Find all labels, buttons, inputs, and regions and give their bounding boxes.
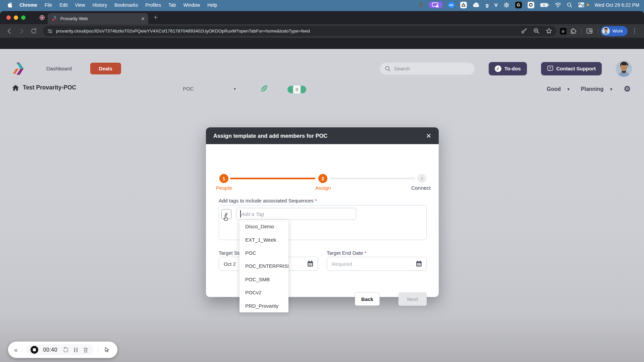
side-panel-search-icon[interactable] [584, 26, 595, 37]
grammarly-status-icon[interactable]: g [486, 2, 489, 8]
browser-window: Provarity Web ✕ + provarity.cloud/poc/ID… [0, 11, 644, 362]
logi-g-app-icon[interactable]: G [515, 2, 522, 8]
required-asterisk: * [315, 198, 317, 203]
zoom-window-button[interactable] [21, 15, 25, 20]
spotlight-search-icon[interactable] [567, 2, 572, 8]
macos-menu-bar: Chrome File Edit View History Bookmarks … [0, 0, 644, 10]
tab-close-icon[interactable]: ✕ [141, 16, 145, 21]
tag-options-dropdown: Disco_Demo EXT_1_Week POC POC_ENTERPRISE… [239, 220, 288, 312]
tab-recording-indicator-icon [40, 15, 45, 20]
delete-recording-icon[interactable] [83, 347, 89, 353]
tab-favicon [52, 16, 57, 21]
battery-status-icon [540, 3, 549, 7]
tag-option[interactable]: POC [239, 246, 288, 259]
control-center-icon[interactable] [578, 2, 585, 8]
minimize-window-button[interactable] [14, 15, 18, 20]
step-3-circle: 3 [417, 174, 426, 183]
wifi-status-icon[interactable] [555, 2, 561, 7]
screen-recorder-toolbar: « 00:40 [8, 342, 117, 358]
stepper-line-1 [230, 178, 315, 179]
browser-menu-kebab-icon[interactable]: ⋮ [629, 27, 640, 35]
calendar-icon[interactable] [416, 260, 422, 267]
stepper-line-2 [330, 178, 415, 179]
cursor-tool-icon[interactable] [104, 347, 110, 353]
url-text[interactable]: provarity.cloud/poc/IDsV7374bzlioT02vPQe… [56, 28, 518, 34]
step-3-label: Connect [411, 185, 431, 191]
modal-close-icon[interactable]: ✕ [426, 132, 431, 140]
step-1-label: People [216, 185, 232, 191]
page-content: Dashboard Deals ✓ To-dos ? Contact Suppo… [0, 49, 644, 362]
back-button[interactable] [4, 26, 15, 37]
menu-file[interactable]: File [41, 2, 56, 8]
site-info-icon[interactable] [47, 28, 53, 34]
browser-toolbar: provarity.cloud/poc/IDsV7374bzlioT02vPQe… [0, 24, 644, 38]
ring-app-icon[interactable] [528, 2, 534, 8]
step-2-circle: 2 [318, 174, 327, 183]
step-1-circle: 1 [219, 174, 228, 183]
restart-recording-icon[interactable] [62, 347, 69, 353]
collapse-toolbar-button[interactable]: « [14, 346, 18, 354]
menu-view[interactable]: View [71, 2, 89, 8]
profile-avatar [602, 27, 610, 35]
new-tab-button[interactable]: + [154, 13, 158, 21]
tag-option[interactable]: Disco_Demo [239, 220, 288, 233]
tag-option[interactable]: EXT_1_Week [239, 233, 288, 246]
microphone-status-icon[interactable] [419, 2, 423, 8]
mouse-pointer-cursor-icon [223, 215, 229, 221]
stop-recording-button[interactable] [31, 346, 38, 354]
recording-timer: 00:40 [43, 347, 58, 353]
menu-window[interactable]: Window [180, 2, 204, 8]
menu-bar-clock[interactable]: Wed Oct 29 6:22 PM [595, 2, 639, 8]
zoom-page-icon[interactable] [533, 27, 540, 35]
text-caret [240, 210, 241, 218]
ublock-extension-icon[interactable]: u [560, 28, 567, 35]
tag-input[interactable] [236, 208, 356, 220]
screen-share-icon[interactable] [429, 2, 442, 8]
cloud-status-icon[interactable] [473, 2, 480, 7]
v-app-status-icon[interactable]: V [494, 2, 498, 8]
tag-option[interactable]: POCv2 [239, 286, 288, 299]
tag-option[interactable]: POC_ENTERPRISE [239, 259, 288, 273]
close-window-button[interactable] [6, 15, 11, 20]
address-bar[interactable]: provarity.cloud/poc/IDsV7374bzlioT02vPQe… [43, 26, 556, 36]
menu-edit[interactable]: Edit [56, 2, 71, 8]
menu-bookmarks[interactable]: Bookmarks [111, 2, 142, 8]
modal-body: 1 2 3 People Assign Connect Add tags to … [206, 144, 439, 297]
menu-history[interactable]: History [89, 2, 111, 8]
modal-title: Assign template and add members for POC [213, 133, 327, 139]
bookmark-star-icon[interactable] [545, 27, 552, 35]
calendar-icon[interactable] [307, 260, 314, 267]
forward-button[interactable] [16, 26, 27, 37]
tags-field-label: Add tags to include associated Sequences… [219, 198, 317, 203]
next-button[interactable]: Next [398, 292, 427, 306]
tab-title: Provarity Web [60, 16, 141, 21]
back-button[interactable]: Back [355, 292, 380, 306]
apple-menu-icon[interactable] [7, 2, 12, 8]
zoom-app-icon[interactable]: zm [448, 2, 454, 8]
tag-option[interactable]: POC_SMB [239, 273, 288, 286]
end-date-label: Target End Date* [327, 250, 366, 256]
settings-flower-icon[interactable] [503, 2, 509, 8]
modal-header: Assign template and add members for POC … [206, 127, 439, 144]
menu-help[interactable]: Help [204, 2, 221, 8]
browser-tab[interactable]: Provarity Web ✕ [48, 13, 148, 24]
menu-chrome[interactable]: Chrome [16, 2, 41, 8]
end-date-field[interactable]: Required [327, 257, 427, 271]
profile-label: Work [612, 28, 623, 34]
assign-template-modal: Assign template and add members for POC … [206, 127, 439, 297]
password-key-icon[interactable] [521, 27, 528, 35]
menu-tab[interactable]: Tab [165, 2, 180, 8]
triangle-app-icon[interactable] [460, 2, 467, 8]
tag-option[interactable]: PRD_Provarity [239, 299, 288, 312]
menu-profiles[interactable]: Profiles [142, 2, 165, 8]
step-2-label: Assign [315, 185, 331, 191]
tab-strip: Provarity Web ✕ + [0, 11, 644, 24]
notification-dot [587, 4, 589, 6]
reload-button[interactable] [28, 26, 39, 37]
extensions-puzzle-icon[interactable] [568, 26, 579, 37]
window-controls [6, 15, 25, 20]
pause-recording-icon[interactable] [74, 348, 77, 352]
profile-chip[interactable]: Work [601, 26, 628, 36]
